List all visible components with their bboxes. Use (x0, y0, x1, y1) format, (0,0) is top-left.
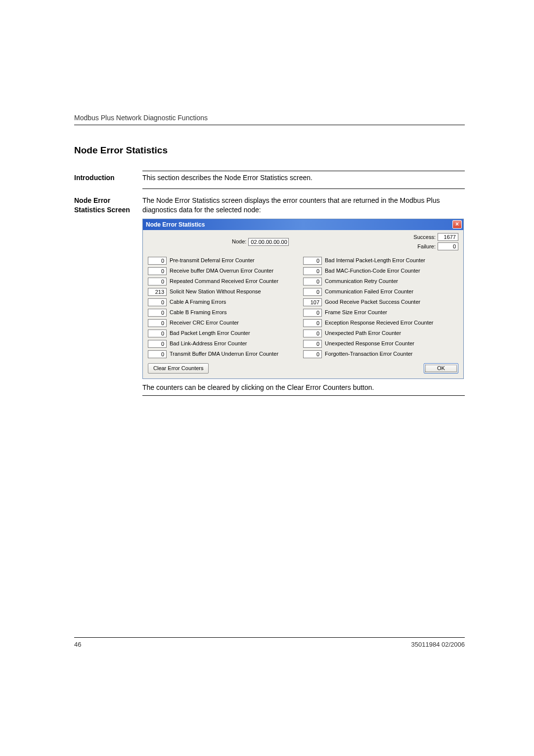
success-field: 1677 (438, 233, 458, 241)
counter-value: 0 (303, 267, 322, 275)
counter-item: 0Pre-transmit Deferral Error Counter (148, 257, 303, 265)
counter-item: 0Frame Size Error Counter (303, 309, 458, 317)
failure-field: 0 (438, 242, 458, 250)
counter-item: 0Unexpected Response Error Counter (303, 340, 458, 348)
counter-value: 0 (303, 278, 322, 285)
counter-value: 0 (148, 330, 167, 337)
intro-label: Introduction (74, 173, 134, 183)
counter-item: 0Receiver CRC Error Counter (148, 319, 303, 327)
divider (142, 395, 465, 396)
divider (142, 171, 465, 171)
counter-label: Cable B Framing Errors (170, 309, 227, 316)
intro-text: This section describes the Node Error St… (142, 173, 465, 183)
counter-item: 0Receive buffer DMA Overrun Error Counte… (148, 267, 303, 275)
counter-label: Bad MAC-Function-Code Error Counter (325, 267, 420, 275)
counter-value: 0 (148, 340, 167, 348)
counter-item: 0Communication Failed Error Counter (303, 288, 458, 296)
caption-text: The counters can be cleared by clicking … (142, 383, 465, 392)
counter-label: Unexpected Path Error Counter (325, 330, 401, 337)
page-title: Node Error Statistics (74, 145, 465, 156)
node-label: Node: (232, 238, 246, 245)
divider (74, 125, 465, 125)
counter-label: Receive buffer DMA Overrun Error Counter (170, 267, 273, 275)
counter-value: 0 (303, 309, 322, 317)
counter-value: 0 (303, 319, 322, 327)
counter-value: 0 (303, 330, 322, 337)
counter-label: Frame Size Error Counter (325, 309, 387, 316)
node-field[interactable]: 02.00.00.00.00 (248, 238, 289, 246)
page-number: 46 (74, 641, 81, 648)
counter-value: 0 (148, 350, 167, 358)
counter-value: 0 (148, 278, 167, 285)
counter-item: 107Good Receive Packet Success Counter (303, 298, 458, 306)
counter-label: Bad Internal Packet-Length Error Counter (325, 257, 425, 264)
close-icon[interactable]: × (452, 220, 462, 229)
counter-item: 0Communication Retry Counter (303, 278, 458, 285)
counter-label: Transmit Buffer DMA Underrun Error Count… (170, 350, 278, 358)
counter-item: 0Cable B Framing Errors (148, 309, 303, 317)
counter-label: Communication Failed Error Counter (325, 288, 413, 295)
counter-item: 0Repeated Command Received Error Counter (148, 278, 303, 285)
counter-label: Bad Link-Address Error Counter (170, 340, 247, 347)
counter-value: 213 (148, 288, 167, 296)
counter-label: Good Receive Packet Success Counter (325, 298, 420, 306)
counter-item: 0Bad Internal Packet-Length Error Counte… (303, 257, 458, 265)
node-error-statistics-dialog: Node Error Statistics × Node: 02.00.00.0… (142, 219, 464, 379)
doc-id: 35011984 02/2006 (411, 641, 465, 648)
counter-value: 107 (303, 298, 322, 306)
success-label: Success: (413, 234, 436, 241)
counter-value: 0 (148, 257, 167, 265)
counter-label: Repeated Command Received Error Counter (170, 278, 278, 285)
counter-value: 0 (148, 298, 167, 306)
page-footer: 46 35011984 02/2006 (74, 637, 465, 648)
counter-label: Cable A Framing Errors (170, 298, 226, 306)
counter-item: 0Exception Response Recieved Error Count… (303, 319, 458, 327)
counter-label: Solicit New Station Without Response (170, 288, 261, 295)
breadcrumb: Modbus Plus Network Diagnostic Functions (74, 114, 465, 122)
counter-label: Pre-transmit Deferral Error Counter (170, 257, 255, 264)
counter-item: 0Transmit Buffer DMA Underrun Error Coun… (148, 350, 303, 358)
counter-item: 0Bad Packet Length Error Counter (148, 330, 303, 337)
screen-desc-label: Node Error Statistics Screen (74, 196, 134, 403)
counter-value: 0 (148, 309, 167, 317)
counter-value: 0 (148, 267, 167, 275)
counter-value: 0 (303, 340, 322, 348)
counter-label: Receiver CRC Error Counter (170, 319, 239, 327)
titlebar: Node Error Statistics × (143, 219, 463, 230)
clear-error-counters-button[interactable]: Clear Error Counters (148, 363, 209, 374)
counter-label: Forgotten-Transaction Error Counter (325, 350, 413, 358)
counter-item: 0Cable A Framing Errors (148, 298, 303, 306)
counter-item: 213Solicit New Station Without Response (148, 288, 303, 296)
ok-button[interactable]: OK (424, 363, 458, 374)
screen-desc-text: The Node Error Statistics screen display… (142, 196, 465, 215)
counter-item: 0Bad Link-Address Error Counter (148, 340, 303, 348)
dialog-title: Node Error Statistics (146, 221, 452, 229)
counter-item: 0Forgotten-Transaction Error Counter (303, 350, 458, 358)
counter-item: 0Bad MAC-Function-Code Error Counter (303, 267, 458, 275)
counter-label: Unexpected Response Error Counter (325, 340, 414, 347)
divider (142, 189, 465, 189)
counter-label: Communication Retry Counter (325, 278, 398, 285)
counter-label: Bad Packet Length Error Counter (170, 330, 250, 337)
counter-value: 0 (303, 350, 322, 358)
counter-value: 0 (303, 288, 322, 296)
counter-label: Exception Response Recieved Error Counte… (325, 319, 434, 327)
counter-item: 0Unexpected Path Error Counter (303, 330, 458, 337)
counter-value: 0 (303, 257, 322, 265)
failure-label: Failure: (413, 243, 436, 250)
counter-value: 0 (148, 319, 167, 327)
